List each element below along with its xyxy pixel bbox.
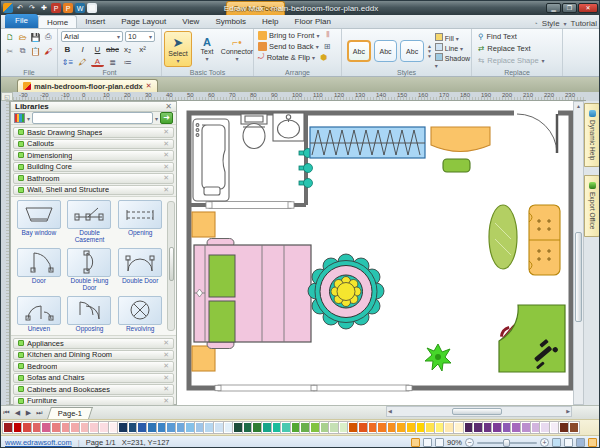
redo-icon[interactable]: ↷ — [27, 3, 37, 13]
close-library-icon[interactable]: ✕ — [163, 140, 169, 148]
close-document-icon[interactable]: ✕ — [146, 82, 152, 90]
style-preview-1[interactable]: Abc — [347, 40, 371, 62]
underline-button[interactable]: U — [91, 43, 104, 55]
palette-swatch[interactable] — [320, 422, 330, 433]
chevron-down-icon[interactable]: ▾ — [27, 115, 30, 122]
subscript-button[interactable]: x₂ — [121, 43, 134, 55]
side-tab[interactable]: Dynamic Help — [584, 103, 600, 167]
palette-swatch[interactable] — [569, 422, 579, 433]
palette-swatch[interactable] — [128, 422, 138, 433]
palette-swatch[interactable] — [166, 422, 176, 433]
fullscreen-icon[interactable] — [588, 438, 597, 447]
font-color-icon[interactable]: A — [91, 57, 104, 67]
superscript-button[interactable]: x² — [136, 43, 149, 55]
sink[interactable] — [273, 113, 304, 141]
prev-page-icon[interactable]: ◀ — [12, 409, 23, 417]
drawing-canvas[interactable] — [177, 101, 573, 405]
style-menu[interactable]: Style — [542, 19, 560, 28]
palette-swatch[interactable] — [473, 422, 483, 433]
bottom-window[interactable] — [215, 385, 412, 391]
connector-tool-button[interactable]: ⌐• Connector▾ — [220, 31, 254, 67]
entry-door[interactable] — [514, 108, 558, 153]
tab-file[interactable]: File — [5, 14, 38, 28]
nightstand[interactable] — [192, 346, 215, 371]
print-icon[interactable]: ⎙ — [42, 31, 54, 43]
send-to-back-button[interactable]: Send to Back▾ ⊞ — [254, 40, 341, 51]
format-painter-icon[interactable]: 🖌 — [42, 45, 54, 57]
close-button[interactable]: ✕ — [578, 3, 598, 13]
scroll-right-icon[interactable]: ▶ — [566, 407, 570, 416]
h-ruler[interactable]: -30-20-100102030405060708090100110120130… — [13, 92, 586, 101]
zoom-slider-thumb[interactable] — [503, 439, 510, 447]
document-tab[interactable]: main-bedroom-floor-plan.eddx ✕ — [17, 79, 158, 92]
palette-swatch[interactable] — [99, 422, 109, 433]
library-go-button[interactable]: ➜ — [160, 112, 173, 124]
italic-button[interactable]: I — [76, 43, 89, 55]
export-pdf-icon[interactable]: P — [51, 3, 61, 13]
oval-rug[interactable] — [489, 205, 517, 269]
palette-swatch[interactable] — [70, 422, 80, 433]
palette-swatch[interactable] — [41, 422, 51, 433]
bold-button[interactable]: B — [61, 43, 74, 55]
library-group[interactable]: Appliances ✕ — [13, 338, 174, 349]
palette-swatch[interactable] — [118, 422, 128, 433]
bathroom-window[interactable] — [206, 202, 294, 209]
palette-swatch[interactable] — [185, 422, 195, 433]
stencil-bay-window[interactable]: Bay window — [15, 200, 63, 246]
palette-swatch[interactable] — [550, 422, 560, 433]
scroll-up-icon[interactable]: ▲ — [574, 102, 583, 111]
close-library-icon[interactable]: ✕ — [163, 186, 169, 194]
paste-icon[interactable]: 📋 — [30, 45, 42, 57]
line-button[interactable]: Line ▾ — [435, 43, 471, 52]
palette-swatch[interactable] — [281, 422, 291, 433]
close-library-icon[interactable]: ✕ — [163, 374, 169, 382]
font-size-select[interactable]: 10▾ — [125, 31, 155, 42]
close-library-icon[interactable]: ✕ — [163, 128, 169, 136]
stencil-opposing[interactable]: Opposing — [66, 296, 114, 335]
scrollbar-thumb[interactable] — [575, 232, 582, 322]
normal-view-icon[interactable] — [411, 438, 420, 447]
bathtub[interactable] — [193, 119, 229, 201]
palette-swatch[interactable] — [272, 422, 282, 433]
zoom-out-icon[interactable]: − — [465, 438, 474, 447]
cut-icon[interactable]: ✂ — [4, 45, 16, 57]
stool[interactable] — [443, 159, 470, 172]
new-document-icon[interactable]: 🗋 — [4, 31, 16, 43]
stencil-scrollbar[interactable] — [167, 201, 175, 331]
next-page-icon[interactable]: ▶ — [23, 409, 34, 417]
palette-swatch[interactable] — [368, 422, 378, 433]
stencil-door[interactable]: Door — [15, 248, 63, 294]
toilet[interactable] — [241, 114, 267, 149]
stencil-opening[interactable]: Opening — [116, 200, 164, 246]
palette-swatch[interactable] — [387, 422, 397, 433]
rotate-flip-button[interactable]: ⤾ Rotate & Flip▾ ⬢ — [254, 51, 341, 62]
stencil-double-hung-door[interactable]: Double Hung Door — [66, 248, 114, 294]
close-library-icon[interactable]: ✕ — [163, 339, 169, 347]
palette-swatch[interactable] — [531, 422, 541, 433]
stencil-revolving[interactable]: Revolving — [116, 296, 164, 335]
export-word-icon[interactable]: W — [75, 3, 85, 13]
style-preview-2[interactable]: Abc — [374, 40, 398, 62]
library-group[interactable]: Sofas and Chairs ✕ — [13, 373, 174, 384]
palette-swatch[interactable] — [224, 422, 234, 433]
stencil-uneven[interactable]: Uneven — [15, 296, 63, 335]
minimize-button[interactable]: ▁ — [546, 3, 561, 13]
line-spacing-icon[interactable]: ⇕≡ — [61, 56, 74, 68]
strikethrough-button[interactable]: abc — [106, 43, 119, 55]
scroll-left-icon[interactable]: ◀ — [388, 407, 392, 416]
palette-swatch[interactable] — [348, 422, 358, 433]
closet[interactable] — [310, 127, 425, 158]
palette-swatch[interactable] — [13, 422, 23, 433]
ribbon-tab[interactable]: Help — [254, 15, 286, 28]
corner-desk[interactable] — [499, 305, 565, 372]
library-group[interactable]: Bedroom ✕ — [13, 361, 174, 372]
close-library-icon[interactable]: ✕ — [163, 362, 169, 370]
text-tool-button[interactable]: A Text▾ — [193, 31, 221, 67]
close-library-icon[interactable]: ✕ — [163, 151, 169, 159]
bed[interactable] — [194, 239, 311, 349]
library-group[interactable]: Kitchen and Dining Room ✕ — [13, 350, 174, 361]
ribbon-tab[interactable]: Symbols — [207, 15, 254, 28]
fit-page-icon[interactable] — [552, 438, 561, 447]
palette-swatch[interactable] — [80, 422, 90, 433]
palette-swatch[interactable] — [377, 422, 387, 433]
